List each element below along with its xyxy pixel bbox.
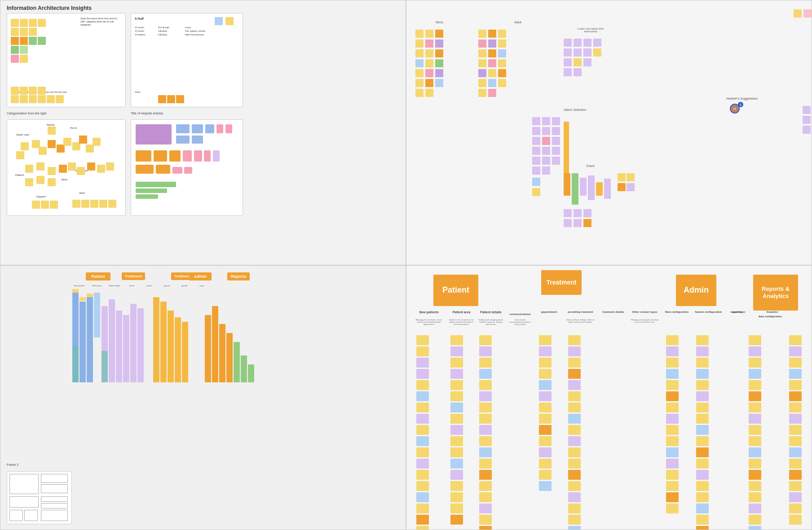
sticky-note [696,492,709,502]
sticky-note [479,447,492,457]
sticky-note [749,335,761,345]
bar-admin-2 [160,302,167,382]
sticky-note [568,380,581,390]
sticky-note [568,335,581,345]
sticky-note [803,9,812,18]
wireframe-top-right [41,474,68,483]
sticky-note [450,358,463,368]
sub-label: report [194,285,210,287]
sticky-note [574,48,582,57]
sticky-note [627,173,635,181]
sticky-note [542,147,550,155]
sticky-note [568,425,581,435]
sticky-note [450,391,463,401]
sticky-note [666,504,679,513]
sticky-note [425,59,433,67]
sticky-note [749,391,761,401]
sticky-note [11,19,19,27]
sticky-note [106,162,114,171]
notification-badge: 1 [738,102,743,107]
sticky-note [552,127,560,135]
analytics-label: Analytics [760,311,785,313]
bar-top [72,289,79,293]
admin-sticky-header: Admin [189,272,212,280]
sticky-note [11,55,19,63]
sticky-note [568,459,581,469]
blue-block [192,124,203,133]
sticky-note [20,28,28,36]
sticky-note [789,403,802,412]
wireframe-bot-1 [9,510,23,521]
heathers-suggestions-label: Heather's Suggestions [726,97,758,100]
sticky-note [416,481,429,491]
sub-label: appoint [159,285,175,287]
sticky-note [488,49,496,57]
sticky-note [568,358,581,368]
sticky-note [450,436,463,446]
sticky-note [666,425,679,435]
sub-label: options [141,285,157,287]
bar-reports-4 [226,333,233,382]
sticky-note [532,117,540,125]
quadrant-top-right: Items Adult Looks Like Alpha (Not Intera… [406,0,812,265]
sticky-note [749,447,761,457]
sticky-note [20,95,28,103]
sticky-note [539,391,552,401]
s-fluff-col3: Issues Hub, updates, tutorials define fi… [185,26,205,37]
sticky-note [618,183,626,191]
sticky-note [498,39,506,48]
sticky-note [479,346,492,356]
patient-area-label: Patient area [449,311,474,314]
sticky-note [415,89,424,97]
sticky-note [435,79,443,87]
ia-main-box: Given the search terms from stuck to 128… [7,13,126,107]
sticky-note [666,470,679,480]
sticky-note [479,459,492,469]
sticky-note [450,481,463,491]
sticky-note [696,414,709,424]
s-fluff-col2: Run through Individual... Individual... [158,26,169,37]
sticky-note [478,30,486,38]
support-label: Support [36,195,46,198]
sticky-note [11,37,19,45]
pink-block [183,150,192,162]
sticky-note [552,147,560,155]
sticky-note [568,436,581,446]
theme-label: theme [135,91,141,93]
bar-reports-6 [241,355,247,382]
pink-block [172,167,182,174]
s-fluff-box: S fluff 10 content 15 content 15 breakou… [131,13,243,107]
sticky-note [696,391,709,401]
sticky-note [666,481,679,491]
wireframe-small-2 [41,503,68,508]
sticky-note [696,358,709,368]
sticky-note [425,30,433,38]
sticky-note [749,436,761,446]
tall-block [596,182,603,196]
sticky-note [87,162,95,171]
sticky-note [539,425,552,435]
reports-header: Reports [227,272,250,280]
sticky-note [749,358,761,368]
sticky-note [416,403,429,412]
blue-block [176,136,190,144]
sticky-note [416,380,429,390]
reporting-label: reporting [724,311,749,313]
sticky-note [38,87,46,95]
reports-sticky-header: Reports [227,272,250,280]
sticky-note [552,157,560,165]
sticky-note [749,346,761,356]
tall-block [604,179,611,199]
blue-block [192,136,203,144]
sticky-note [425,49,433,57]
sticky-note [574,58,582,66]
sticky-note [749,369,761,379]
sticky-note [450,459,463,469]
sub-label: general [177,285,192,287]
pink-block [204,150,211,162]
bar-reports-3 [219,324,225,382]
sticky-note [539,436,552,446]
patient-header: Patient [86,272,110,280]
sticky-note [568,526,581,530]
sticky-note [539,447,552,457]
